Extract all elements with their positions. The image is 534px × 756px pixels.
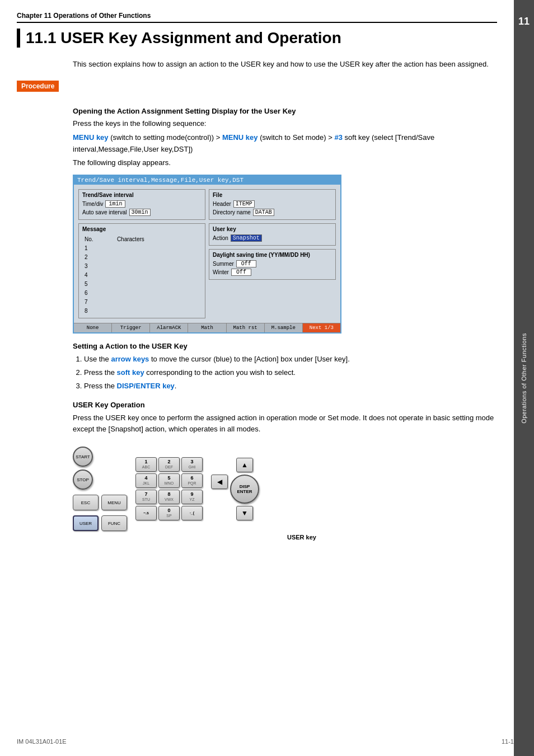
num-key-0[interactable]: 0SP xyxy=(158,506,180,520)
soft-key-trigger: Trigger xyxy=(112,323,150,332)
file-row-0: Header ITEMP xyxy=(213,200,332,208)
page-container: 11 Operations of Other Functions Chapter… xyxy=(0,0,534,756)
opening-line2: MENU key (switch to setting mode(control… xyxy=(73,132,497,156)
screen-title-bar: Trend/Save interval,Message,File,User ke… xyxy=(74,176,340,185)
msg-num-5: 5 xyxy=(83,280,115,288)
stop-row: STOP xyxy=(73,469,127,490)
num-key-8[interactable]: 8VWX xyxy=(158,490,180,504)
page-footer: IM 04L31A01-01E 11-1 xyxy=(17,738,514,745)
file-panel: File Header ITEMP Directory name DATAB xyxy=(209,189,336,220)
dst-panel-title: Daylight saving time (YY/MM/DD HH) xyxy=(213,252,332,258)
num-key-dash[interactable]: −.s xyxy=(135,506,157,520)
msg-row-6: 6 xyxy=(83,289,200,297)
numpad-row-1: 1ABC 2DEF 3GHI xyxy=(135,457,203,472)
num-key-3[interactable]: 3GHI xyxy=(181,457,203,472)
file-label-1: Directory name xyxy=(213,209,251,215)
func-key[interactable]: FUNC xyxy=(101,515,127,531)
message-header-row: No. Characters xyxy=(83,236,200,243)
opening-line1: Press the keys in the following sequence… xyxy=(73,118,497,130)
msg-row-7: 7 xyxy=(83,298,200,306)
chapter-label: Chapter 11 Operations of Other Functions xyxy=(17,12,151,20)
disp-enter-key[interactable]: DISPENTER xyxy=(230,475,259,504)
chapter-header: Chapter 11 Operations of Other Functions xyxy=(17,11,497,23)
num-key-4[interactable]: 4JKL xyxy=(135,473,157,488)
setting-section-title: Setting a Action to the USER Key xyxy=(73,342,497,350)
menu-key2-link: MENU key xyxy=(222,133,258,142)
left-arrow-key[interactable]: ◀ xyxy=(211,475,228,489)
dst-value-0: Off xyxy=(236,260,256,267)
msg-num-2: 2 xyxy=(83,253,115,261)
keyboard-diagram: START STOP ESC MENU USER FUNC xyxy=(73,447,497,531)
msg-row-5: 5 xyxy=(83,280,200,288)
msg-row-4: 4 xyxy=(83,271,200,279)
soft-key-none: None xyxy=(74,323,112,332)
msg-char-8 xyxy=(116,307,200,314)
dst-panel: Daylight saving time (YY/MM/DD HH) Summe… xyxy=(209,249,336,280)
opening-line3: The following display appears. xyxy=(73,157,497,169)
action-label: Action xyxy=(213,235,228,241)
soft-key-next: Next 1/3 xyxy=(303,323,340,332)
screen-bottom-bar: None Trigger AlarmACK Math Math rst M.sa… xyxy=(74,323,340,332)
msg-char-7 xyxy=(116,298,200,306)
num-key-9[interactable]: 9YZ xyxy=(181,490,203,504)
opening-section-title: Opening the Action Assignment Setting Di… xyxy=(73,107,497,115)
num-key-5[interactable]: 5MNO xyxy=(158,473,180,488)
msg-char-2 xyxy=(116,253,200,261)
num-key-2[interactable]: 2DEF xyxy=(158,457,180,472)
file-value-0: ITEMP xyxy=(233,200,255,208)
num-key-dot[interactable]: ·_( xyxy=(181,506,203,520)
menu-key1-mid: (switch to setting mode(control)) > xyxy=(109,133,222,142)
msg-num-6: 6 xyxy=(83,289,115,297)
user-key-panel-title: User key xyxy=(213,226,332,232)
dst-label-1: Winter xyxy=(213,269,229,275)
soft-key-msample: M.sample xyxy=(265,323,303,332)
message-col1-header: No. xyxy=(83,236,115,243)
step-1: Use the arrow keys to move the cursor (b… xyxy=(84,354,497,365)
menu-key1-link: MENU key xyxy=(73,133,109,142)
msg-row-3: 3 xyxy=(83,262,200,270)
arrow-keys-link: arrow keys xyxy=(111,355,149,363)
disp-enter-link: DISP/ENTER key xyxy=(117,382,175,390)
msg-char-3 xyxy=(116,262,200,270)
stop-key[interactable]: STOP xyxy=(73,469,93,490)
user-key-section-title: USER Key Operation xyxy=(73,401,497,409)
down-arrow-key[interactable]: ▼ xyxy=(236,506,253,520)
screen-display: Trend/Save interval,Message,File,User ke… xyxy=(73,175,341,334)
numpad-group: 1ABC 2DEF 3GHI 4JKL 5MNO 6PQR 7STU 8VWX … xyxy=(135,457,203,520)
msg-row-8: 8 xyxy=(83,307,200,314)
user-key-label: USER key xyxy=(106,534,497,541)
soft-key-mathrst: Math rst xyxy=(227,323,265,332)
trend-row-0: Time/div 1min xyxy=(82,200,202,208)
trend-value-0: 1min xyxy=(105,200,125,208)
user-key[interactable]: USER xyxy=(73,515,99,531)
trend-value-1: 30min xyxy=(129,209,151,216)
start-key[interactable]: START xyxy=(73,447,93,467)
step-3: Press the DISP/ENTER key. xyxy=(84,381,497,392)
trend-panel-title: Trend/Save interval xyxy=(82,192,202,198)
user-key-row: Action Snapshot xyxy=(213,234,332,242)
dst-label-0: Summer xyxy=(213,261,234,267)
msg-row-2: 2 xyxy=(83,253,200,261)
num-key-1[interactable]: 1ABC xyxy=(135,457,157,472)
msg-num-3: 3 xyxy=(83,262,115,270)
user-key-panel: User key Action Snapshot xyxy=(209,223,336,246)
chapter-number: 11 xyxy=(514,11,534,31)
soft-key-link: soft key xyxy=(117,368,144,377)
content-section: Opening the Action Assignment Setting Di… xyxy=(73,107,497,541)
steps-list: Use the arrow keys to move the cursor (b… xyxy=(84,354,497,392)
intro-text: This section explains how to assign an a… xyxy=(73,59,497,70)
dst-row-0: Summer Off xyxy=(213,260,332,267)
menu-key2-mid: (switch to Set mode) > xyxy=(258,133,335,142)
num-key-7[interactable]: 7STU xyxy=(135,490,157,504)
esc-key[interactable]: ESC xyxy=(73,495,99,510)
num-key-6[interactable]: 6PQR xyxy=(181,473,203,488)
arrow-disp-group: ▲ ◀ DISPENTER ▼ xyxy=(211,458,278,520)
up-arrow-key[interactable]: ▲ xyxy=(236,458,253,472)
screen-left-panel: Trend/Save interval Time/div 1min Auto s… xyxy=(78,189,205,318)
menu-key[interactable]: MENU xyxy=(101,495,127,510)
file-panel-title: File xyxy=(213,192,332,198)
soft-key-num: #3 xyxy=(334,133,342,142)
left-key-group: START STOP ESC MENU USER FUNC xyxy=(73,447,127,531)
dst-value-1: Off xyxy=(231,269,251,276)
message-col2-header: Characters xyxy=(116,236,200,243)
